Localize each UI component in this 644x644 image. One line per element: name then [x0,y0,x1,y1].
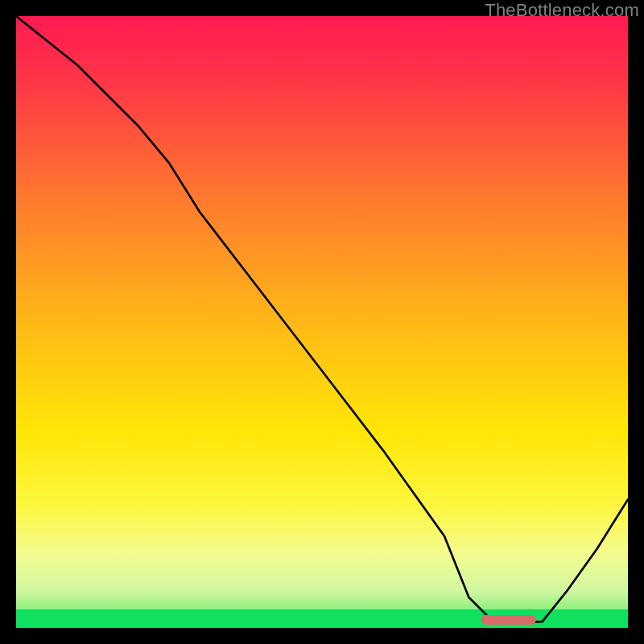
optimal-marker [481,615,536,625]
optimal-band [16,609,628,628]
plot-area [16,16,628,628]
chart-frame: TheBottleneck.com [0,0,644,644]
watermark-text: TheBottleneck.com [485,0,639,21]
heat-gradient [16,16,628,628]
